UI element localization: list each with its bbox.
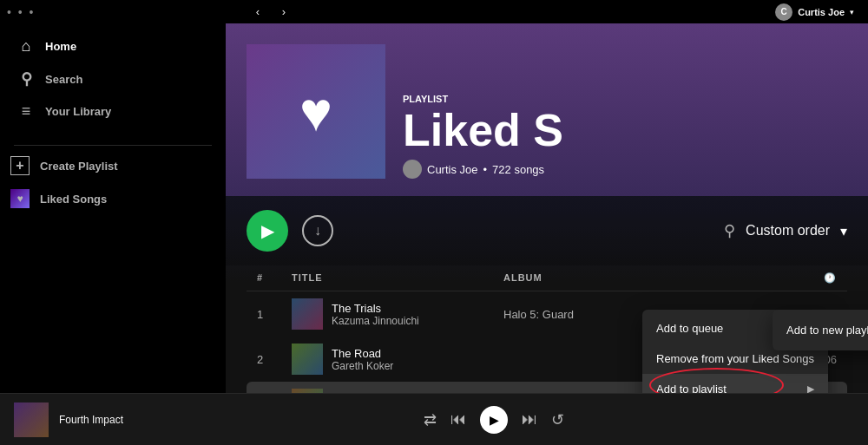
col-album: ALBUM [503, 272, 715, 284]
bottom-player: Fourth Impact ⇄ ⏮ ▶ ⏭ ↺ [0, 393, 868, 445]
sidebar-item-search[interactable]: ⚲ Search [7, 62, 219, 95]
sidebar-item-home[interactable]: ⌂ Home [7, 30, 219, 62]
prev-button[interactable]: ⏮ [450, 410, 466, 429]
context-item-label: Add to playlist [656, 383, 727, 393]
search-tracks-icon[interactable]: ⚲ [724, 221, 735, 240]
nav-buttons: ‹ › [247, 2, 294, 23]
download-button[interactable]: ↓ [302, 215, 333, 246]
avatar: C [775, 3, 792, 21]
user-menu[interactable]: C Curtis Joe ▾ [773, 1, 861, 23]
track-thumbnail [292, 389, 323, 393]
col-liked [715, 272, 785, 284]
main-layout: ⌂ Home ⚲ Search ≡ Your Library + Create … [0, 23, 868, 393]
bullet: • [483, 163, 488, 176]
track-name: The Trials [332, 302, 419, 315]
context-item-label: Remove from your Liked Songs [656, 352, 814, 365]
main-content: ♥ PLAYLIST Liked S Curtis Joe • 722 song… [226, 23, 868, 393]
submenu-item-add-to-new-playlist[interactable]: Add to new playlist [773, 313, 868, 347]
create-playlist-label: Create Playlist [40, 160, 118, 173]
song-count: 722 songs [492, 163, 544, 176]
controls-right: ⚲ Custom order ▾ [724, 221, 847, 240]
sidebar-item-create-playlist[interactable]: + Create Playlist [0, 149, 226, 182]
create-playlist-icon: + [10, 156, 30, 175]
track-info: Crying Shame Pegboard Nerds, NERVC [292, 389, 503, 393]
track-artist: Kazuma Jinnouichi [332, 315, 419, 327]
sidebar-divider [14, 145, 212, 146]
submenu-arrow-icon: ▶ [807, 383, 814, 393]
nav-forward-button[interactable]: › [273, 2, 294, 23]
track-info: The Trials Kazuma Jinnouichi [292, 298, 503, 330]
track-details: The Road Gareth Koker [332, 347, 393, 372]
next-button[interactable]: ⏭ [522, 410, 537, 429]
player-controls: ⇄ ⏮ ▶ ⏭ ↺ [134, 406, 854, 434]
now-playing-track-name: Fourth Impact [59, 414, 123, 426]
track-name: Crying Shame [332, 392, 450, 394]
sidebar-item-label: Search [45, 73, 82, 86]
playlist-type: PLAYLIST [403, 94, 847, 104]
order-chevron-icon[interactable]: ▾ [840, 223, 847, 239]
search-icon: ⚲ [17, 69, 35, 88]
repeat-button[interactable]: ↺ [551, 410, 564, 429]
chevron-down-icon: ▾ [850, 8, 854, 16]
order-label: Custom order [746, 223, 830, 239]
playlist-art: ♥ [247, 44, 385, 179]
play-button[interactable]: ▶ [247, 210, 288, 252]
track-number: 2 [257, 353, 292, 366]
playlist-info: PLAYLIST Liked S Curtis Joe • 722 songs [403, 94, 847, 179]
track-name: The Road [332, 347, 393, 360]
submenu-item-label: Add to new playlist [786, 324, 868, 337]
now-playing-thumbnail [14, 402, 49, 437]
col-duration-icon: 🕐 [785, 272, 837, 284]
playback-controls: ▶ ↓ ⚲ Custom order ▾ [226, 196, 868, 265]
liked-songs-label: Liked Songs [40, 193, 107, 206]
track-thumbnail [292, 298, 323, 330]
library-icon: ≡ [17, 102, 35, 121]
track-list-header: # TITLE ALBUM 🕐 [247, 265, 847, 291]
track-info: The Road Gareth Koker [292, 344, 503, 375]
shuffle-button[interactable]: ⇄ [424, 410, 437, 429]
context-item-label: Add to queue [656, 322, 723, 335]
playlist-title: Liked S [403, 108, 847, 153]
track-number: 1 [257, 308, 292, 321]
topbar: • • • ‹ › C Curtis Joe ▾ [0, 0, 868, 23]
sidebar-item-label: Your Library [45, 105, 111, 118]
playlist-header: ♥ PLAYLIST Liked S Curtis Joe • 722 song… [226, 23, 868, 196]
heart-icon: ♥ [299, 80, 332, 144]
player-play-button[interactable]: ▶ [480, 406, 508, 434]
col-num: # [257, 272, 292, 284]
username: Curtis Joe [798, 7, 845, 17]
liked-songs-icon: ♥ [10, 189, 30, 208]
sidebar: ⌂ Home ⚲ Search ≡ Your Library + Create … [0, 23, 226, 393]
sidebar-item-label: Home [45, 40, 76, 53]
playlist-meta: Curtis Joe • 722 songs [403, 160, 847, 179]
home-icon: ⌂ [17, 37, 35, 56]
owner-name: Curtis Joe [427, 163, 478, 176]
sidebar-nav: ⌂ Home ⚲ Search ≡ Your Library [0, 30, 226, 128]
track-thumbnail [292, 344, 323, 375]
sidebar-item-library[interactable]: ≡ Your Library [7, 95, 219, 128]
now-playing-info: Fourth Impact [59, 414, 123, 426]
submenu: Add to new playlist [773, 310, 868, 350]
context-menu-item-add-to-playlist[interactable]: Add to playlist ▶ [642, 374, 828, 393]
sidebar-item-liked-songs[interactable]: ♥ Liked Songs [0, 182, 226, 215]
track-details: The Trials Kazuma Jinnouichi [332, 302, 419, 327]
owner-avatar [403, 160, 422, 179]
col-title: TITLE [292, 272, 503, 284]
track-details: Crying Shame Pegboard Nerds, NERVC [332, 392, 450, 394]
window-dots: • • • [7, 5, 35, 19]
nav-back-button[interactable]: ‹ [247, 2, 268, 23]
track-artist: Gareth Koker [332, 360, 393, 372]
